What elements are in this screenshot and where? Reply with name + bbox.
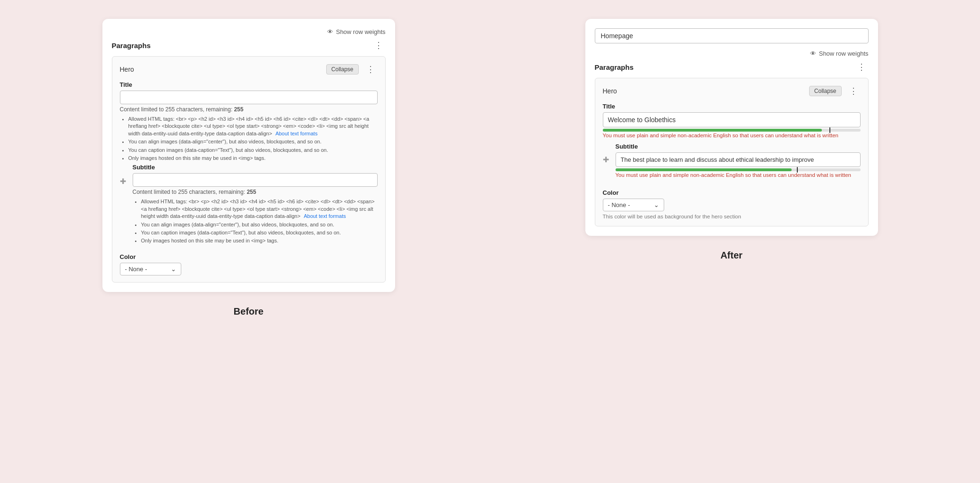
after-panel: 👁 Show row weights Paragraphs ⋮ Hero Col… xyxy=(497,19,966,464)
after-subtitle-input[interactable] xyxy=(616,152,861,167)
after-title-field-wrapper: Title You must use plain and simple non-… xyxy=(603,103,861,138)
after-title-progress-bar xyxy=(603,129,861,132)
before-card: 👁 Show row weights Paragraphs ⋮ Hero Col… xyxy=(102,19,395,292)
after-paragraphs-title: Paragraphs xyxy=(595,63,634,71)
after-hero-menu-btn[interactable]: ⋮ xyxy=(846,85,861,97)
after-color-section: Color - None - ⌄ This color will be used… xyxy=(603,189,861,219)
after-eye-icon: 👁 xyxy=(810,50,816,57)
before-hero-header: Hero Collapse ⋮ xyxy=(120,63,378,75)
before-color-chevron-icon: ⌄ xyxy=(171,266,176,273)
after-subtitle-field-row: ✚ Subtitle You must use plain and simple… xyxy=(603,143,861,183)
before-subtitle-help-list: Allowed HTML tags: <br> <p> <h2 id> <h3 … xyxy=(133,198,378,244)
after-title-progress-wrapper xyxy=(603,129,861,132)
after-subtitle-progress-wrapper xyxy=(616,168,861,171)
after-color-chevron-icon: ⌄ xyxy=(654,201,659,208)
after-subtitle-validation: You must use plain and simple non-academ… xyxy=(616,172,861,178)
before-color-dropdown[interactable]: - None - ⌄ xyxy=(120,263,181,275)
before-subtitle-about-formats-link[interactable]: About text formats xyxy=(304,213,346,219)
after-color-hint: This color will be used as background fo… xyxy=(603,214,861,219)
before-panel: 👁 Show row weights Paragraphs ⋮ Hero Col… xyxy=(14,19,483,464)
before-collapse-btn[interactable]: Collapse xyxy=(326,64,359,75)
before-title-input[interactable] xyxy=(120,91,378,104)
before-hero-section: Hero Collapse ⋮ Title Content limited to… xyxy=(112,56,386,283)
before-subtitle-char-limit: Content limited to 255 characters, remai… xyxy=(133,189,378,195)
after-label: After xyxy=(720,236,743,268)
before-hero-actions: Collapse ⋮ xyxy=(326,63,378,75)
after-subtitle-progress-marker xyxy=(797,167,798,173)
after-paragraphs-menu-btn[interactable]: ⋮ xyxy=(854,61,869,73)
before-color-section: Color - None - ⌄ xyxy=(120,253,378,275)
before-label: Before xyxy=(234,292,263,324)
before-about-formats-link[interactable]: About text formats xyxy=(275,131,317,136)
before-drag-handle[interactable]: ✚ xyxy=(120,177,126,186)
after-homepage-input[interactable] xyxy=(595,28,869,43)
before-subtitle-field-row: ✚ Subtitle Content limited to 255 charac… xyxy=(120,164,378,246)
after-title-validation: You must use plain and simple non-academ… xyxy=(603,133,861,138)
before-card-header: 👁 Show row weights xyxy=(112,28,386,35)
after-subtitle-progress-bar xyxy=(616,168,861,171)
after-paragraphs-header: Paragraphs ⋮ xyxy=(595,61,869,73)
before-hero-title: Hero xyxy=(120,66,134,73)
after-card: 👁 Show row weights Paragraphs ⋮ Hero Col… xyxy=(585,19,878,236)
before-title-label: Title xyxy=(120,81,378,88)
after-title-progress-marker xyxy=(829,127,830,133)
after-card-header: 👁 Show row weights xyxy=(595,50,869,57)
before-color-label: Color xyxy=(120,253,378,260)
before-subtitle-label: Subtitle xyxy=(133,164,378,171)
before-title-char-limit: Content limited to 255 characters, remai… xyxy=(120,106,378,113)
before-paragraphs-title: Paragraphs xyxy=(112,42,151,50)
after-subtitle-progress-fill xyxy=(616,168,792,171)
after-color-label: Color xyxy=(603,189,861,196)
after-subtitle-label: Subtitle xyxy=(616,143,861,150)
after-hero-actions: Collapse ⋮ xyxy=(809,85,861,97)
after-collapse-btn[interactable]: Collapse xyxy=(809,86,842,96)
before-paragraphs-menu-btn[interactable]: ⋮ xyxy=(372,39,386,51)
after-title-label: Title xyxy=(603,103,861,110)
after-drag-handle[interactable]: ✚ xyxy=(603,155,609,164)
after-title-progress-fill xyxy=(603,129,822,132)
before-paragraphs-header: Paragraphs ⋮ xyxy=(112,39,386,51)
after-hero-header: Hero Collapse ⋮ xyxy=(603,85,861,97)
show-row-weights-label[interactable]: Show row weights xyxy=(336,28,386,35)
after-title-input[interactable] xyxy=(603,112,861,127)
after-hero-title: Hero xyxy=(603,87,617,95)
after-color-dropdown[interactable]: - None - ⌄ xyxy=(603,199,664,211)
eye-icon: 👁 xyxy=(327,28,333,35)
before-color-value: - None - xyxy=(125,266,147,273)
before-hero-menu-btn[interactable]: ⋮ xyxy=(363,63,378,75)
before-title-field-wrapper: Title Content limited to 255 characters,… xyxy=(120,81,378,162)
before-title-help-list: Allowed HTML tags: <br> <p> <h2 id> <h3 … xyxy=(120,116,378,162)
before-subtitle-input[interactable] xyxy=(133,173,378,187)
after-color-value: - None - xyxy=(608,201,630,208)
before-subtitle-field-wrapper: Subtitle Content limited to 255 characte… xyxy=(133,164,378,246)
after-hero-section: Hero Collapse ⋮ Title xyxy=(595,78,869,226)
after-show-row-weights-label[interactable]: Show row weights xyxy=(819,50,869,57)
after-subtitle-field-wrapper: Subtitle You must use plain and simple n… xyxy=(616,143,861,183)
